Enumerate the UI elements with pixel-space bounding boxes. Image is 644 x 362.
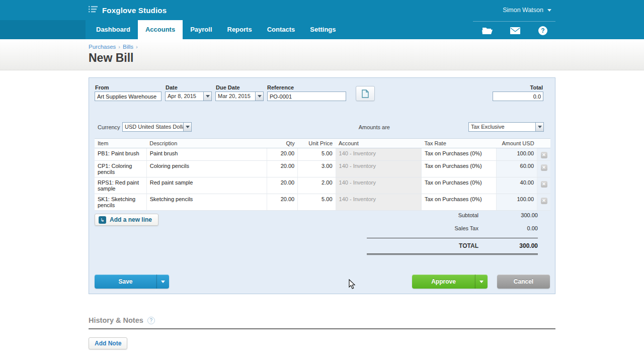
tab-reports[interactable]: Reports <box>220 20 260 39</box>
caret-down-icon <box>186 126 190 128</box>
col-account: Account <box>336 139 421 148</box>
history-notes-title: History & Notes <box>89 316 143 324</box>
user-name: Simon Watson <box>503 7 543 14</box>
table-header-row: Item Description Qty Unit Price Account … <box>95 139 550 148</box>
bill-form-panel: From Date Due Date Reference Total Apr 8… <box>89 77 555 294</box>
logo-list-icon <box>89 6 98 15</box>
table-row: PB1: Paint brush Paint brush 20.00 5.00 … <box>95 148 550 161</box>
breadcrumb-bills[interactable]: Bills <box>123 44 133 50</box>
tab-contacts[interactable]: Contacts <box>260 20 303 39</box>
date-label: Date <box>166 84 178 90</box>
title-band: Purchases›Bills› New Bill <box>0 39 644 70</box>
tab-accounts[interactable]: Accounts <box>138 20 183 39</box>
breadcrumb-purchases[interactable]: Purchases <box>89 44 116 50</box>
delete-row-icon[interactable]: ✕ <box>541 152 547 158</box>
col-item: Item <box>95 139 146 148</box>
col-unit-price: Unit Price <box>298 139 336 148</box>
user-menu[interactable]: Simon Watson <box>503 7 555 14</box>
sales-tax-label: Sales Tax <box>378 225 478 231</box>
tab-payroll[interactable]: Payroll <box>183 20 219 39</box>
history-divider <box>89 328 555 329</box>
due-date-dropdown-button[interactable] <box>255 92 264 101</box>
col-description: Description <box>146 139 267 148</box>
org-name: Foxglove Studios <box>102 6 167 15</box>
help-icon[interactable]: ? <box>537 26 548 35</box>
tab-settings[interactable]: Settings <box>302 20 343 39</box>
totals-double-rule <box>367 253 538 255</box>
delete-row-icon[interactable]: ✕ <box>541 164 547 171</box>
history-help-icon[interactable]: ? <box>147 317 155 324</box>
grand-total-value: 300.00 <box>478 242 538 249</box>
table-row: SK1: Sketching pencils Sketching pencils… <box>95 194 550 211</box>
grand-total-label: TOTAL <box>378 242 478 249</box>
caret-down-icon <box>538 126 542 128</box>
folder-icon[interactable] <box>482 26 493 35</box>
page-title: New Bill <box>89 51 555 65</box>
chevron-down-icon <box>547 9 551 12</box>
breadcrumb: Purchases›Bills› <box>89 44 555 50</box>
date-combo[interactable]: Apr 8, 2015 <box>165 92 212 101</box>
due-date-combo[interactable]: Mar 20, 2015 <box>215 92 264 101</box>
add-note-button[interactable]: Add Note <box>89 337 127 349</box>
save-button[interactable]: Save <box>95 275 156 289</box>
svg-text:?: ? <box>541 27 544 34</box>
col-qty: Qty <box>267 139 298 148</box>
from-input[interactable] <box>95 92 162 101</box>
document-icon <box>362 89 369 98</box>
total-label: Total <box>530 84 543 90</box>
total-input[interactable] <box>493 92 543 101</box>
nav-left-shade <box>0 20 86 39</box>
amounts-are-combo[interactable]: Tax Exclusive <box>468 122 544 132</box>
caret-down-icon <box>161 281 165 283</box>
line-items-table: Item Description Qty Unit Price Account … <box>95 138 550 211</box>
brand[interactable]: Foxglove Studios <box>89 6 167 15</box>
amounts-dropdown-button[interactable] <box>535 122 544 132</box>
delete-row-icon[interactable]: ✕ <box>541 181 547 188</box>
amounts-are-label: Amounts are <box>359 124 390 130</box>
history-notes-section: History & Notes ? Add Note <box>89 316 555 349</box>
add-new-line-button[interactable]: ↳ Add a new line <box>95 214 158 226</box>
tab-dashboard[interactable]: Dashboard <box>89 20 138 39</box>
add-line-arrow-icon: ↳ <box>99 216 106 224</box>
due-date-label: Due Date <box>216 84 240 90</box>
attach-document-button[interactable] <box>356 86 375 101</box>
currency-combo[interactable]: USD United States Dollar <box>122 122 192 132</box>
main-nav: Dashboard Accounts Payroll Reports Conta… <box>89 20 344 39</box>
approve-button[interactable]: Approve <box>412 275 475 289</box>
save-options-button[interactable] <box>156 275 169 289</box>
totals-summary: Subtotal 300.00 Sales Tax 0.00 TOTAL 300… <box>367 209 538 255</box>
col-delete <box>537 139 550 148</box>
caret-down-icon <box>258 95 262 98</box>
currency-label: Currency <box>98 124 120 130</box>
sales-tax-value: 0.00 <box>478 225 538 231</box>
app-header: Foxglove Studios Simon Watson Dashboard … <box>0 0 644 39</box>
table-row: CP1: Coloring pencils Coloring pencils 2… <box>95 161 550 177</box>
caret-down-icon <box>206 95 210 98</box>
approve-options-button[interactable] <box>475 275 488 289</box>
currency-dropdown-button[interactable] <box>183 122 192 132</box>
table-row: RPS1: Red paint sample Red paint sample … <box>95 177 550 194</box>
subtotal-label: Subtotal <box>378 212 478 218</box>
col-tax-rate: Tax Rate <box>421 139 496 148</box>
caret-down-icon <box>479 281 484 283</box>
from-label: From <box>95 84 109 90</box>
delete-row-icon[interactable]: ✕ <box>541 198 547 204</box>
reference-label: Reference <box>267 84 294 90</box>
date-dropdown-button[interactable] <box>203 92 212 101</box>
subtotal-value: 300.00 <box>478 212 538 218</box>
col-amount: Amount USD <box>496 139 537 148</box>
mail-icon[interactable] <box>510 26 521 35</box>
reference-input[interactable] <box>267 92 346 101</box>
cancel-button[interactable]: Cancel <box>497 275 550 289</box>
